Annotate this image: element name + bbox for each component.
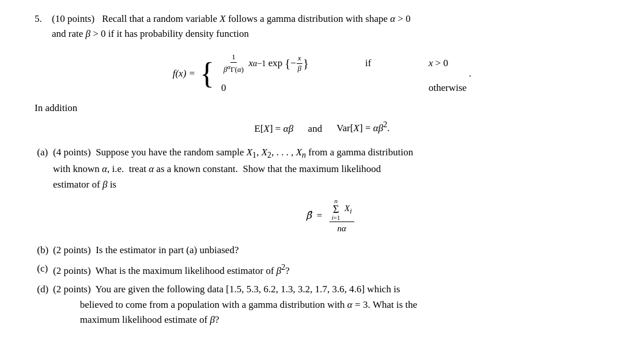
part-b-text: Is the estimator in part (a) unbiased?: [96, 245, 238, 255]
left-brace-icon: {: [200, 59, 214, 89]
estimator-formula: β̂ = n Σ i=1 Xi nα: [53, 198, 609, 235]
estimator-numerator: n Σ i=1 Xi: [329, 198, 354, 222]
part-d-text1: You are given the following data [1.5, 5…: [96, 284, 400, 295]
and-connector: and: [308, 123, 323, 133]
case1-region: x > 0: [429, 56, 448, 71]
part-c-content: (2 points) What is the maximum likelihoo…: [53, 261, 609, 278]
part-a-content: (4 points) Suppose you have the random s…: [53, 145, 609, 239]
fx-label: f(x) =: [173, 66, 195, 81]
part-a-text2: with known α, i.e. treat α as a known co…: [53, 163, 381, 174]
part-d-text3: maximum likelihood estimate of β?: [80, 314, 219, 325]
part-b-label: (b): [35, 243, 53, 258]
preamble-block: (10 points) Recall that a random variabl…: [52, 12, 411, 42]
in-addition-label: In addition: [35, 101, 609, 116]
part-a-text: Suppose you have the random sample X1, X…: [96, 147, 413, 158]
part-b-points: (2 points): [53, 245, 91, 255]
part-d-content: (2 points) You are given the following d…: [53, 282, 417, 327]
part-c: (c) (2 points) What is the maximum likel…: [35, 261, 609, 278]
case2-region: otherwise: [429, 81, 467, 96]
pdf-fraction: 1 βαΓ(α): [222, 52, 245, 75]
case2-row: 0 otherwise: [221, 81, 467, 96]
pdf-formula: f(x) = { 1 βαΓ(α) xα−1 exp { − x β }: [35, 52, 609, 96]
part-d-label: (d): [35, 282, 53, 297]
points-label: (10 points): [52, 13, 94, 24]
beta-hat-label: β̂: [306, 210, 312, 221]
part-c-points: (2 points): [53, 265, 91, 276]
preamble-line1: (10 points) Recall that a random variabl…: [52, 12, 411, 26]
problem-header: 5. (10 points) Recall that a random vari…: [35, 12, 609, 42]
part-c-label: (c): [35, 261, 53, 276]
part-c-text: What is the maximum likelihood estimator…: [96, 265, 290, 276]
problem-container: 5. (10 points) Recall that a random vari…: [35, 12, 609, 327]
estimator-big-fraction: n Σ i=1 Xi nα: [329, 198, 354, 235]
expectation-formula: E[X] = αβ: [255, 123, 294, 133]
preamble-line2: and rate β > 0 if it has probability den…: [52, 26, 411, 41]
case1-expr: 1 βαΓ(α) xα−1 exp { − x β }: [221, 52, 348, 75]
problem-number: 5.: [35, 12, 52, 26]
part-a: (a) (4 points) Suppose you have the rand…: [35, 145, 609, 239]
part-b: (b) (2 points) Is the estimator in part …: [35, 243, 609, 258]
part-d: (d) (2 points) You are given the followi…: [35, 282, 609, 327]
variance-formula: Var[X] = αβ2.: [336, 123, 389, 133]
expectation-variance-line: E[X] = αβ and Var[X] = αβ2.: [35, 119, 609, 136]
preamble-text2: and rate β > 0 if it has probability den…: [52, 28, 249, 39]
fraction-numerator: 1: [230, 52, 237, 63]
case2-expr: 0: [221, 81, 348, 96]
period: .: [469, 66, 471, 81]
part-b-content: (2 points) Is the estimator in part (a) …: [53, 243, 609, 258]
piecewise-cases: 1 βαΓ(α) xα−1 exp { − x β } if x > 0 0: [221, 52, 467, 96]
preamble-text1: Recall that a random variable X follows …: [102, 13, 411, 24]
case1-condition: if: [365, 56, 411, 71]
part-d-points: (2 points): [53, 284, 91, 295]
part-d-text2: believed to come from a population with …: [80, 299, 418, 310]
estimator-denominator: nα: [335, 222, 348, 235]
part-a-points: (4 points): [53, 147, 91, 158]
part-a-text3: estimator of β is: [53, 179, 116, 190]
parts-container: (a) (4 points) Suppose you have the rand…: [35, 145, 609, 327]
case1-row: 1 βαΓ(α) xα−1 exp { − x β } if x > 0: [221, 52, 467, 75]
fraction-denominator: βαΓ(α): [222, 63, 245, 75]
part-a-label: (a): [35, 145, 53, 160]
